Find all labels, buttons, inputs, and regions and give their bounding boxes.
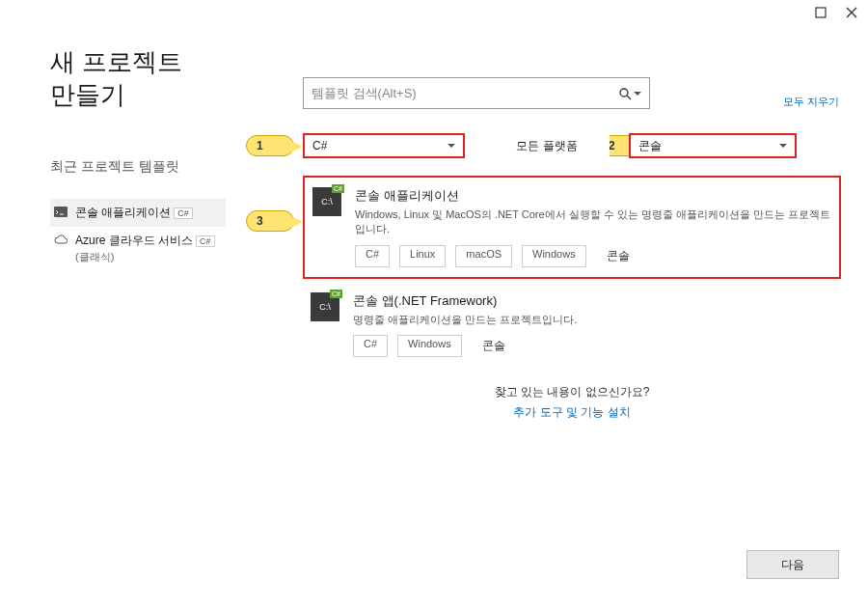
clear-all-link[interactable]: 모두 지우기: [783, 95, 839, 109]
console-icon: [54, 206, 68, 219]
template-card-console-netfx[interactable]: C:\ C# 콘솔 앱(.NET Framework) 명령줄 애플리케이션을 …: [303, 283, 841, 367]
template-results: C:\ C# 콘솔 애플리케이션 Windows, Linux 및 MacOS의…: [303, 176, 841, 371]
svg-rect-1: [54, 207, 68, 217]
recent-item-label: 콘솔 애플리케이션C#: [75, 205, 193, 221]
tag: C#: [355, 245, 390, 267]
template-tags: C# Linux macOS Windows 콘솔: [355, 245, 831, 267]
annotation-3: 3: [246, 210, 294, 232]
template-description: 명령줄 애플리케이션을 만드는 프로젝트입니다.: [353, 313, 833, 327]
tag: C#: [353, 335, 388, 357]
project-type-dropdown[interactable]: 콘솔: [629, 133, 797, 158]
chevron-down-icon: [634, 92, 641, 96]
annotation-1: 1: [246, 135, 294, 156]
tag: Windows: [397, 335, 462, 357]
tag: Windows: [522, 245, 586, 267]
search-input[interactable]: [312, 86, 618, 100]
next-button[interactable]: 다음: [746, 550, 839, 579]
console-app-icon: C:\ C#: [312, 187, 341, 216]
title-line2: 만들기: [50, 80, 125, 109]
type-value: 콘솔: [638, 138, 662, 154]
recent-item-azure[interactable]: Azure 클라우드 서비스C# (클래식): [50, 227, 226, 271]
svg-point-2: [620, 89, 628, 97]
recent-item-console[interactable]: 콘솔 애플리케이션C#: [50, 199, 226, 227]
install-tools-link[interactable]: 추가 도구 및 기능 설치: [303, 404, 841, 421]
page-title: 새 프로젝트만들기: [50, 46, 226, 112]
recent-item-label: Azure 클라우드 서비스C# (클래식): [75, 233, 215, 265]
language-value: C#: [312, 139, 327, 152]
svg-rect-0: [816, 8, 826, 17]
template-title: 콘솔 애플리케이션: [355, 187, 831, 205]
footer-hint: 찾고 있는 내용이 없으신가요? 추가 도구 및 기능 설치: [303, 384, 841, 421]
title-line1: 새 프로젝트: [50, 47, 182, 76]
template-card-console-app[interactable]: C:\ C# 콘솔 애플리케이션 Windows, Linux 및 MacOS의…: [303, 176, 841, 279]
template-tags: C# Windows 콘솔: [353, 335, 833, 357]
console-app-icon: C:\ C#: [311, 292, 339, 321]
recent-templates-heading: 최근 프로젝트 템플릿: [50, 158, 179, 176]
template-description: Windows, Linux 및 MacOS의 .NET Core에서 실행할 …: [355, 207, 831, 237]
language-dropdown[interactable]: C#: [303, 133, 465, 158]
recent-templates-list: 콘솔 애플리케이션C# Azure 클라우드 서비스C# (클래식): [50, 199, 226, 270]
csharp-badge-icon: C#: [330, 290, 342, 298]
tag: 콘솔: [596, 245, 640, 267]
footer-question: 찾고 있는 내용이 없으신가요?: [303, 384, 841, 401]
template-search[interactable]: [303, 77, 650, 109]
cloud-icon: [54, 234, 68, 247]
csharp-badge-icon: C#: [332, 184, 344, 193]
tag: macOS: [455, 245, 512, 267]
platform-value: 모든 플랫폼: [516, 138, 577, 154]
maximize-button[interactable]: [814, 6, 827, 19]
search-icon[interactable]: [618, 87, 641, 100]
tag: Linux: [399, 245, 446, 267]
close-button[interactable]: [845, 6, 858, 19]
template-title: 콘솔 앱(.NET Framework): [353, 292, 833, 310]
chevron-down-icon: [779, 144, 787, 148]
platform-dropdown[interactable]: 모든 플랫폼: [484, 133, 610, 158]
tag: 콘솔: [472, 335, 516, 357]
filter-row: C# 모든 플랫폼 콘솔: [303, 133, 797, 158]
chevron-down-icon: [448, 144, 455, 148]
